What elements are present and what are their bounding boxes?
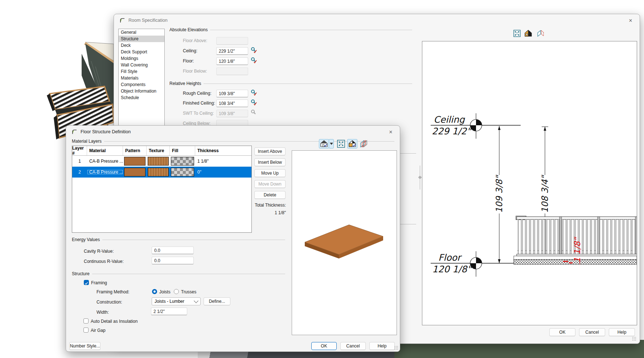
layer-number: 2 <box>72 170 87 175</box>
air-gap-label: Air Gap <box>91 328 106 333</box>
cancel-button[interactable]: Cancel <box>579 328 605 336</box>
rough-ceiling-field[interactable] <box>216 90 248 97</box>
elevation-preview-pane[interactable]: Ceiling 229 1/2" Floor 120 1/8" 109 3/8" <box>422 41 637 325</box>
air-gap-checkbox[interactable] <box>83 328 89 333</box>
floor-below-field[interactable] <box>216 68 248 75</box>
wrench-edit-icon[interactable] <box>251 47 257 53</box>
joists-label: Joists <box>159 289 171 294</box>
expand-arrows-icon <box>513 30 521 37</box>
sidebar-item-structure[interactable]: Structure <box>119 36 164 42</box>
sidebar-item-deck[interactable]: Deck <box>119 42 164 49</box>
move-up-button[interactable]: Move Up <box>254 169 286 177</box>
sidebar-item-materials[interactable]: Materials <box>119 75 164 81</box>
continuous-r-value-field[interactable] <box>152 257 194 264</box>
splitter-handle[interactable] <box>418 176 422 179</box>
sidebar-item-deck-support[interactable]: Deck Support <box>119 49 164 55</box>
sidebar-item-components[interactable]: Components <box>119 81 164 88</box>
close-icon[interactable]: × <box>625 17 636 25</box>
structure-group: Structure <box>72 271 285 276</box>
trusses-radio[interactable] <box>174 289 179 294</box>
swt-to-ceiling-field[interactable] <box>216 110 248 117</box>
cavity-r-value-field[interactable] <box>152 247 194 254</box>
section-view-button[interactable] <box>535 29 545 38</box>
delete-button[interactable]: Delete <box>254 191 286 199</box>
fill-window-button[interactable] <box>512 29 522 38</box>
fill-swatch[interactable] <box>171 157 194 166</box>
preview-camera-button[interactable] <box>319 139 329 149</box>
room-spec-titlebar[interactable]: Room Specification <box>114 14 640 27</box>
col-pattern[interactable]: Pattern <box>123 146 147 155</box>
layer-thickness: 1 1/8" <box>195 159 251 164</box>
help-button[interactable]: Help <box>609 328 635 336</box>
texture-swatch[interactable] <box>148 168 169 176</box>
col-fill[interactable]: Fill <box>170 146 195 155</box>
texture-swatch[interactable] <box>148 157 169 166</box>
rough-ceiling-dimension: 109 3/8" <box>494 174 504 213</box>
desktop: Room Specification × General Structure D… <box>0 0 644 358</box>
resize-grip[interactable] <box>632 337 636 341</box>
ok-button[interactable]: OK <box>311 342 337 350</box>
col-thickness[interactable]: Thickness <box>195 146 251 155</box>
table-row-selected[interactable]: 2 CA-B Pressure ... 0" <box>72 167 251 178</box>
joists-radio[interactable] <box>152 289 157 294</box>
floor-level-label: Floor <box>438 252 462 263</box>
cavity-r-value-label: Cavity R-Value: <box>84 249 114 254</box>
sidebar-item-schedule[interactable]: Schedule <box>119 94 164 101</box>
width-field[interactable] <box>151 308 187 315</box>
preview-camera-dropdown[interactable] <box>329 139 334 149</box>
finished-ceiling-dimension: 108 3/4" <box>540 174 550 213</box>
pattern-swatch[interactable] <box>124 157 145 166</box>
close-icon[interactable]: × <box>385 128 396 136</box>
ceiling-datum-icon <box>470 119 482 131</box>
table-row[interactable]: 1 CA-B Pressure ... 1 1/8" <box>72 156 251 167</box>
help-button[interactable]: Help <box>369 342 395 350</box>
fill-window-button[interactable] <box>336 139 346 149</box>
auto-detail-checkbox[interactable] <box>83 318 89 324</box>
total-thickness-label: Total Thickness: <box>254 203 286 208</box>
construction-select[interactable]: Joists - Lumber <box>152 297 201 305</box>
construction-label: Construction: <box>97 300 122 305</box>
ceiling-label: Ceiling: <box>183 48 197 53</box>
cancel-button[interactable]: Cancel <box>340 342 366 350</box>
floor-field[interactable] <box>216 57 248 65</box>
col-texture[interactable]: Texture <box>147 146 170 155</box>
swt-to-ceiling-label: SWT To Ceiling: <box>183 111 214 116</box>
layer-3d-preview[interactable] <box>292 150 397 335</box>
continuous-r-value-label: Continuous R-Value: <box>84 259 124 264</box>
sidebar-item-fill-style[interactable]: Fill Style <box>119 68 164 75</box>
floor-below-label: Floor Below: <box>183 69 207 74</box>
ceiling-field[interactable] <box>216 47 248 55</box>
finished-ceiling-field[interactable] <box>216 99 248 107</box>
sidebar-item-general[interactable]: General <box>119 29 164 36</box>
energy-values-group: Energy Values <box>72 237 285 242</box>
ok-button[interactable]: OK <box>549 328 575 336</box>
floor-structure-titlebar[interactable]: Floor Structure Definition <box>66 126 400 138</box>
col-layer[interactable]: Layer # <box>72 146 87 155</box>
material-layers-table: Layer # Material Pattern Texture Fill Th… <box>72 146 252 233</box>
color-toggle-button[interactable] <box>523 29 533 38</box>
sidebar-item-object-information[interactable]: Object Information <box>119 88 164 94</box>
define-button[interactable]: Define... <box>204 297 230 305</box>
number-style-button[interactable]: Number Style... <box>69 342 101 350</box>
group-label: Structure <box>72 271 90 276</box>
sidebar-item-wall-covering[interactable]: Wall Covering <box>119 62 164 68</box>
framing-checkbox[interactable] <box>84 280 89 285</box>
insert-above-button[interactable]: Insert Above <box>254 147 286 155</box>
color-toggle-button[interactable] <box>347 139 357 149</box>
fill-swatch[interactable] <box>171 168 194 176</box>
framing-method-label: Framing Method: <box>97 289 130 294</box>
insert-below-button[interactable]: Insert Below <box>254 158 286 166</box>
col-material[interactable]: Material <box>87 146 123 155</box>
section-view-button[interactable] <box>358 139 369 149</box>
wrench-edit-icon[interactable] <box>251 89 257 96</box>
floor-above-field[interactable] <box>216 37 248 45</box>
app-roof-icon <box>119 17 125 23</box>
move-down-button[interactable]: Move Down <box>254 180 286 188</box>
section-plane-icon <box>536 30 544 37</box>
ceiling-level-value: 229 1/2" <box>432 126 472 137</box>
sidebar-item-moldings[interactable]: Moldings <box>119 55 164 62</box>
wrench-edit-icon[interactable] <box>251 99 257 106</box>
wrench-edit-icon[interactable] <box>251 57 257 64</box>
resize-grip[interactable] <box>394 346 398 350</box>
pattern-swatch[interactable] <box>124 168 145 176</box>
